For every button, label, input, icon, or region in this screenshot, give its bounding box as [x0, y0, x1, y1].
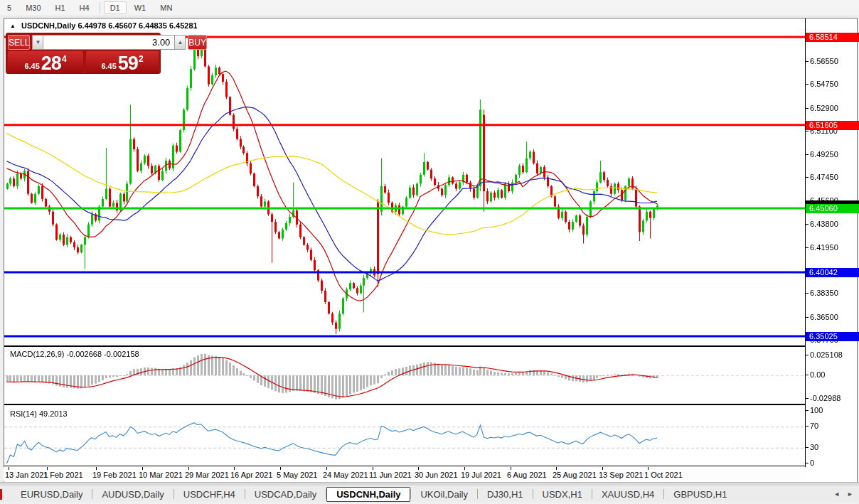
date-tick-label: 1 Oct 2021: [644, 471, 683, 479]
macd-tick-label: 0.00: [810, 370, 825, 379]
volume-increase-button[interactable]: ▲: [174, 35, 186, 50]
volume-decrease-button[interactable]: ▼: [32, 35, 43, 50]
timeframe-button-MN[interactable]: MN: [154, 1, 178, 14]
chart-tab-DJ30-H1[interactable]: DJ30,H1: [478, 488, 533, 501]
date-tick-label: 1 Feb 2021: [43, 471, 83, 479]
ohlc-quotes: 6.44978 6.45607 6.44835 6.45281: [78, 21, 197, 30]
price-tick-label: 6.38350: [810, 289, 838, 297]
chart-tab-AUDUSD-Daily[interactable]: AUDUSD,Daily: [92, 488, 173, 501]
date-tick-label: 5 May 2021: [277, 471, 317, 479]
hline-price-label: 6.58514: [806, 33, 859, 42]
rsi-tick-label: 0: [810, 459, 814, 467]
toolbar-separator: [100, 2, 100, 14]
sell-price-display[interactable]: 6.45 28 4: [8, 51, 83, 73]
date-tick-label: 29 Mar 2021: [185, 471, 229, 479]
buy-price-small: 6.45: [101, 62, 116, 70]
timeframe-button-5[interactable]: 5: [1, 1, 18, 14]
sell-price-small: 6.45: [24, 62, 39, 70]
date-tick-label: 25 Aug 2021: [553, 471, 597, 479]
macd-tick-label: -0.02988: [810, 394, 841, 402]
chart-tab-USDCNH-Daily[interactable]: USDCNH,Daily: [326, 487, 410, 502]
price-tick-label: 6.43800: [810, 220, 838, 228]
chart-tab-bar: EURUSD,DailyAUDUSD,DailyUSDCHF,H4USDCAD,…: [0, 486, 859, 502]
rsi-tick-label: 70: [810, 422, 818, 430]
date-tick-label: 24 May 2021: [323, 471, 368, 479]
date-tick-label: 30 Jun 2021: [415, 471, 458, 479]
one-click-trading-panel: SELL ▼ ▲ BUY 6.45 28 4 6.45 59 2: [6, 33, 161, 74]
price-tick-label: 6.54750: [810, 80, 838, 88]
sell-price-sup: 4: [62, 54, 67, 64]
buy-price-big: 59: [118, 54, 138, 73]
rsi-tick-label: 100: [810, 406, 823, 414]
date-tick-label: 11 Jun 2021: [369, 471, 412, 479]
timeframe-button-D1[interactable]: D1: [104, 1, 127, 14]
buy-button[interactable]: BUY: [188, 35, 207, 50]
rsi-tick-label: 30: [810, 443, 818, 451]
date-tick-label: 13 Sep 2021: [599, 471, 643, 479]
price-tick-label: 6.36500: [810, 313, 838, 321]
rsi-pane-canvas[interactable]: [4, 405, 806, 466]
date-tick-label: 10 Mar 2021: [139, 471, 183, 479]
terminal-root: { "toolbar": { "timeframes": [ {"label":…: [0, 0, 859, 504]
price-axis-separator: [805, 18, 806, 467]
timeframe-button-H1[interactable]: H1: [49, 1, 72, 14]
chart-tab-USDCHF-H4[interactable]: USDCHF,H4: [174, 488, 245, 501]
chart-tab-EURUSD-Daily[interactable]: EURUSD,Daily: [11, 488, 92, 501]
timeframe-button-W1[interactable]: W1: [128, 1, 153, 14]
chart-tab-GBPUSD-H1[interactable]: GBPUSD,H1: [664, 488, 736, 501]
timeframe-toolbar: 5M30H1H4D1W1MN: [0, 0, 859, 16]
sell-button[interactable]: SELL: [8, 35, 30, 50]
date-tick-label: 6 Aug 2021: [507, 471, 547, 479]
tabbar-left-accent: [0, 489, 2, 500]
date-tick-label: 19 Jul 2021: [461, 471, 501, 479]
hline-price-label: 6.45060: [806, 204, 859, 213]
volume-input[interactable]: [43, 35, 174, 50]
tab-scroll-right-icon[interactable]: ►: [847, 490, 853, 498]
chart-tab-USDX-H1[interactable]: USDX,H1: [533, 488, 592, 501]
price-tick-label: 6.41950: [810, 243, 838, 252]
hline-price-label: 6.51605: [806, 121, 859, 130]
tab-scroll-left-icon[interactable]: ◄: [833, 490, 840, 498]
buy-price-sup: 2: [139, 54, 144, 64]
volume-stepper: ▼ ▲: [32, 35, 186, 50]
timeframe-button-H4[interactable]: H4: [73, 1, 96, 14]
timeframe-button-M30[interactable]: M30: [19, 1, 47, 14]
collapse-panel-icon[interactable]: ▲: [10, 23, 16, 29]
rsi-label: RSI(14) 49.2013: [10, 409, 68, 418]
date-axis[interactable]: 13 Jan 20211 Feb 202119 Feb 202110 Mar 2…: [4, 467, 805, 481]
buy-price-display[interactable]: 6.45 59 2: [86, 51, 159, 73]
hline-price-label: 6.35025: [806, 332, 859, 341]
sell-price-big: 28: [41, 54, 61, 73]
price-tick-label: 6.56550: [810, 57, 838, 65]
chart-tab-USDCAD-Daily[interactable]: USDCAD,Daily: [245, 488, 326, 501]
chart-title: ▲ USDCNH,Daily 6.44978 6.45607 6.44835 6…: [10, 21, 198, 30]
date-tick-label: 16 Apr 2021: [230, 471, 272, 479]
chart-tab-UKOil-Daily[interactable]: UKOil,Daily: [411, 488, 476, 501]
price-tick-label: 6.49250: [810, 150, 838, 159]
date-tick-label: 19 Feb 2021: [92, 471, 137, 479]
macd-tick-label: 0.025108: [810, 350, 843, 359]
price-tick-label: 6.47450: [810, 173, 838, 181]
date-tick-label: 13 Jan 2021: [5, 471, 48, 479]
macd-label: MACD(12,26,9) -0.002668 -0.002158: [10, 350, 139, 358]
hline-price-label: 6.40042: [806, 268, 859, 277]
price-tick-label: 6.52900: [810, 104, 838, 112]
chart-tab-XAUUSD-H4[interactable]: XAUUSD,H4: [592, 488, 663, 501]
symbol-period-label: USDCNH,Daily: [21, 21, 75, 30]
